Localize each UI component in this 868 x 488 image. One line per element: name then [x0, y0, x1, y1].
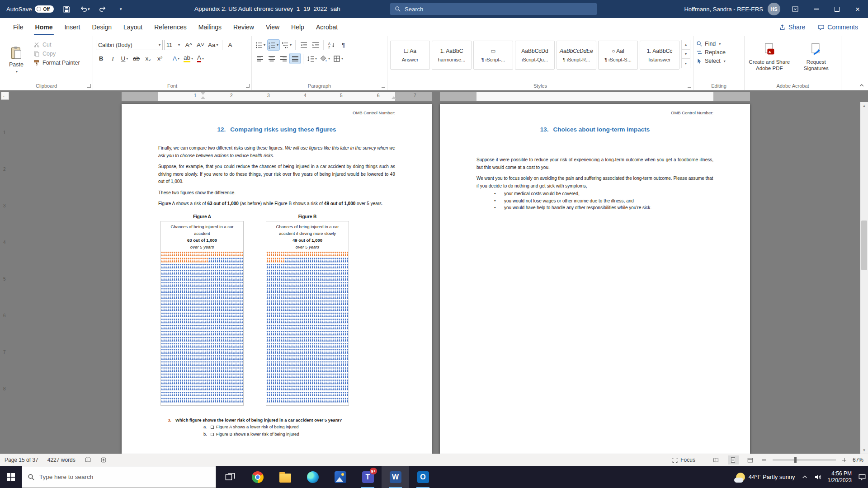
shading-button[interactable]: ▾	[319, 53, 331, 64]
numbering-button[interactable]: 123▾	[268, 40, 279, 50]
show-formatting-button[interactable]: ¶	[338, 40, 349, 50]
tab-stop-selector[interactable]: ⌐	[1, 92, 9, 100]
edge-button[interactable]	[299, 466, 326, 488]
tab-file[interactable]: File	[7, 18, 29, 36]
style-listanswer[interactable]: 1. AaBbCclistanswer	[640, 41, 679, 70]
task-view-button[interactable]	[216, 466, 244, 488]
close-button[interactable]: ×	[847, 0, 868, 18]
taskbar-search-input[interactable]: Type here to search	[22, 466, 216, 488]
style-iscript[interactable]: ▭¶ iScript-...	[473, 41, 513, 70]
read-mode-button[interactable]	[711, 455, 722, 465]
clipboard-dialog-launcher[interactable]	[87, 84, 91, 88]
create-share-pdf-button[interactable]: A Create and Share Adobe PDF	[747, 40, 792, 81]
hidden-icons-chevron[interactable]	[802, 474, 808, 480]
document-page-left[interactable]: OMB Control Number: 12.Comparing risks u…	[122, 104, 432, 454]
font-size-select[interactable]: 11▾	[164, 40, 182, 50]
accessibility-status-button[interactable]	[100, 457, 107, 463]
paste-button[interactable]: Paste ▾	[3, 40, 30, 80]
comments-button[interactable]: Comments	[818, 23, 858, 31]
zoom-in-button[interactable]	[842, 458, 846, 462]
tab-review[interactable]: Review	[227, 18, 260, 36]
decrease-indent-button[interactable]	[298, 40, 309, 50]
tab-mailings[interactable]: Mailings	[193, 18, 227, 36]
chrome-button[interactable]	[244, 466, 271, 488]
style-iscript-qu[interactable]: AaBbCcDdiScript-Qu...	[515, 41, 555, 70]
align-right-button[interactable]	[278, 53, 288, 64]
clock[interactable]: 4:56 PM 1/20/2023	[828, 470, 852, 484]
style-harmonise[interactable]: 1. AaBbCharmonise...	[432, 41, 472, 70]
bold-button[interactable]: B	[96, 53, 106, 64]
zoom-out-button[interactable]	[762, 460, 766, 460]
underline-button[interactable]: U▾	[119, 53, 130, 64]
align-left-button[interactable]	[255, 53, 265, 64]
undo-button[interactable]: ▾	[79, 4, 90, 14]
minimize-button[interactable]	[806, 0, 826, 18]
page-indicator[interactable]: Page 15 of 37	[5, 457, 38, 463]
cut-button[interactable]: Cut	[33, 42, 80, 48]
styles-scroll-down-button[interactable]: ▾	[681, 49, 690, 59]
file-explorer-button[interactable]	[271, 466, 299, 488]
outlook-button[interactable]: O	[409, 466, 437, 488]
tab-layout[interactable]: Layout	[118, 18, 148, 36]
checkbox-icon[interactable]	[211, 433, 214, 436]
right-indent-marker[interactable]	[392, 96, 396, 99]
change-case-button[interactable]: Aa▾	[207, 40, 219, 50]
first-line-indent-marker[interactable]	[201, 92, 205, 95]
word-count[interactable]: 4227 words	[47, 457, 75, 463]
format-painter-button[interactable]: Format Painter	[33, 60, 80, 66]
styles-scroll-up-button[interactable]: ▴	[681, 40, 690, 49]
avatar[interactable]: HS	[768, 3, 780, 15]
justify-button[interactable]	[290, 53, 300, 64]
find-button[interactable]: Find▾	[696, 41, 741, 47]
increase-indent-button[interactable]	[310, 40, 321, 50]
zoom-level[interactable]: 67%	[853, 457, 863, 463]
strikethrough-button[interactable]: ab	[131, 53, 142, 64]
scrollbar-thumb[interactable]	[861, 221, 867, 270]
option-a[interactable]: a.Figure A shows a lower risk of being i…	[203, 424, 395, 430]
tab-view[interactable]: View	[260, 18, 285, 36]
text-effects-button[interactable]: A▾	[171, 53, 181, 64]
italic-button[interactable]: I	[108, 53, 118, 64]
font-color-button[interactable]: A▾	[195, 53, 206, 64]
paragraph-dialog-launcher[interactable]	[382, 84, 385, 88]
scroll-down-icon[interactable]: ▼	[860, 446, 868, 454]
tab-home[interactable]: Home	[29, 18, 59, 36]
multilevel-list-button[interactable]: ▾	[281, 40, 292, 50]
proofing-status-button[interactable]	[85, 457, 91, 463]
weather-widget[interactable]: 44°F Partly sunny	[736, 473, 795, 482]
ribbon-display-options-button[interactable]	[785, 0, 806, 18]
zoom-slider-thumb[interactable]	[794, 457, 797, 463]
start-button[interactable]	[0, 466, 22, 488]
collapse-ribbon-button[interactable]	[859, 82, 864, 88]
styles-dialog-launcher[interactable]	[688, 84, 691, 88]
style-answer[interactable]: ☐ AaAnswer	[390, 41, 430, 70]
speaker-icon[interactable]	[814, 474, 821, 481]
font-family-select[interactable]: Calibri (Body)▾	[96, 40, 163, 50]
copy-button[interactable]: Copy	[33, 51, 80, 57]
teams-button[interactable]: T 9+	[354, 466, 382, 488]
font-dialog-launcher[interactable]	[246, 84, 250, 88]
save-button[interactable]	[61, 4, 72, 14]
sort-button[interactable]: AZ	[326, 40, 337, 50]
action-center-icon[interactable]	[858, 473, 866, 481]
styles-more-button[interactable]: ▾	[681, 59, 690, 68]
shrink-font-button[interactable]: A˅	[195, 40, 206, 50]
checkbox-icon[interactable]	[211, 426, 214, 429]
tab-help[interactable]: Help	[285, 18, 310, 36]
superscript-button[interactable]: x²	[155, 53, 165, 64]
tab-design[interactable]: Design	[86, 18, 118, 36]
clear-formatting-button[interactable]: A	[225, 40, 236, 50]
print-layout-button[interactable]	[728, 455, 739, 465]
line-spacing-button[interactable]: ▾	[306, 53, 318, 64]
document-page-right[interactable]: OMB Control Number: 13.Choices about lon…	[440, 104, 750, 454]
align-center-button[interactable]	[266, 53, 277, 64]
vertical-scrollbar[interactable]: ▲ ▼	[860, 102, 868, 454]
style-iscript-r[interactable]: AaBbCcDdEe¶ iScript-R...	[557, 41, 596, 70]
autosave-toggle[interactable]: AutoSave Off	[6, 5, 54, 13]
bullets-button[interactable]: ▾	[255, 40, 266, 50]
replace-button[interactable]: Replace	[696, 49, 741, 56]
redo-button[interactable]	[97, 4, 108, 14]
search-box[interactable]: Search	[390, 3, 597, 15]
highlight-color-button[interactable]: ab▾	[183, 53, 194, 64]
borders-button[interactable]: ▾	[332, 53, 344, 64]
